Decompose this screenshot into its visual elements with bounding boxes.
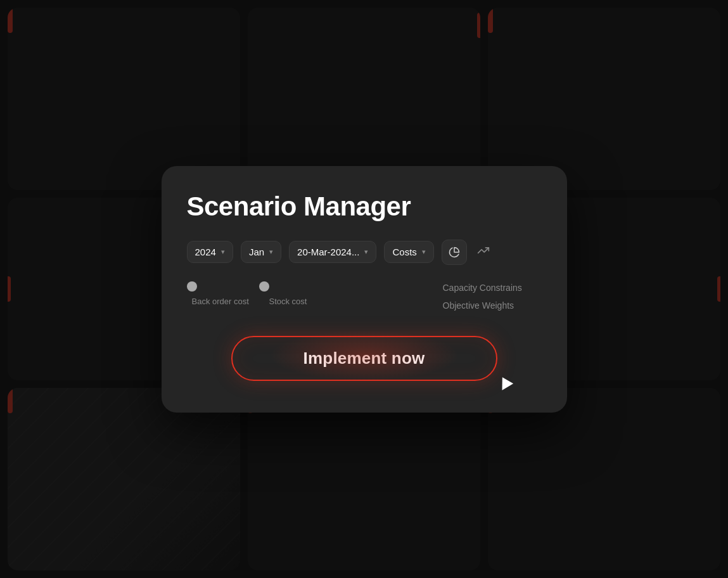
controls-row: Back order cost Stock cost Capacity Cons…: [187, 283, 542, 311]
chart-icon: [449, 247, 460, 258]
scenario-manager-modal: Scenario Manager 2024 ▾ Jan ▾ 20-Mar-202…: [162, 166, 567, 413]
stock-cost-thumb[interactable]: [259, 281, 269, 292]
objective-weights-label: Objective Weights: [443, 300, 542, 311]
back-order-cost-label: Back order cost: [192, 297, 259, 306]
stock-cost-label: Stock cost: [259, 297, 336, 306]
category-label: Costs: [392, 247, 416, 257]
date-label: 20-Mar-2024...: [297, 247, 359, 257]
cursor-arrow-icon: [496, 377, 513, 394]
filter-bar: 2024 ▾ Jan ▾ 20-Mar-2024... ▾ Costs ▾: [187, 240, 542, 265]
date-dropdown[interactable]: 20-Mar-2024... ▾: [289, 241, 376, 263]
implement-now-button[interactable]: Implement now: [231, 336, 497, 381]
year-label: 2024: [195, 247, 216, 257]
trend-icon: [477, 244, 490, 257]
category-dropdown[interactable]: Costs ▾: [384, 241, 433, 263]
month-chevron-icon: ▾: [269, 248, 273, 256]
month-label: Jan: [249, 247, 264, 257]
capacity-constrains-label: Capacity Constrains: [443, 283, 542, 293]
back-order-cost-thumb[interactable]: [187, 281, 197, 292]
sliders-section: Back order cost Stock cost: [187, 286, 428, 306]
chart-icon-button[interactable]: [442, 240, 467, 265]
category-chevron-icon: ▾: [422, 248, 426, 256]
year-dropdown[interactable]: 2024 ▾: [187, 241, 233, 263]
year-chevron-icon: ▾: [221, 248, 225, 256]
modal-title: Scenario Manager: [187, 191, 542, 222]
month-dropdown[interactable]: Jan ▾: [241, 241, 281, 263]
trend-icon-button[interactable]: [475, 241, 492, 262]
right-labels-section: Capacity Constrains Objective Weights: [428, 283, 542, 311]
date-chevron-icon: ▾: [364, 248, 368, 256]
implement-now-label: Implement now: [303, 349, 425, 368]
